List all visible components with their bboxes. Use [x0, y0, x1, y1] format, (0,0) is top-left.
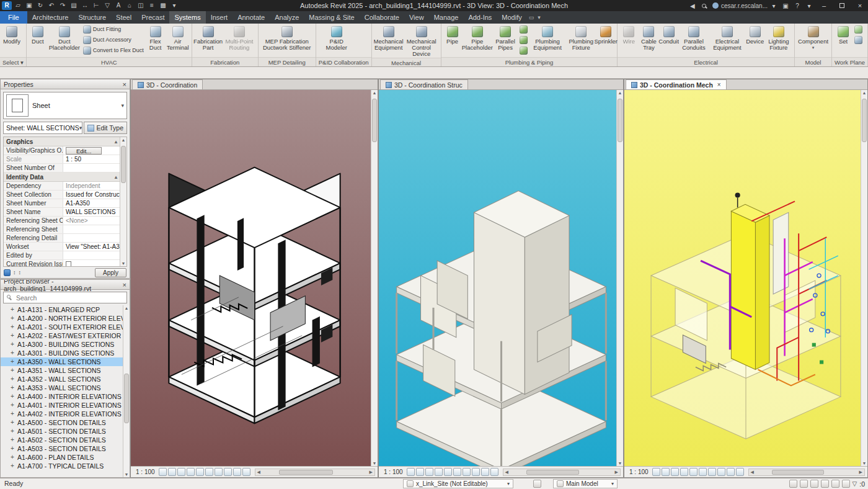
- scroll-up-icon[interactable]: ▲: [618, 91, 622, 95]
- crop-view-icon[interactable]: [205, 468, 213, 476]
- ribbon-tab-massing-site[interactable]: Massing & Site: [304, 11, 359, 24]
- properties-filter-icon[interactable]: [4, 269, 11, 276]
- help-menu-chevron-icon[interactable]: ▾: [805, 2, 813, 9]
- scroll-left-icon[interactable]: ◀: [505, 470, 508, 475]
- view-canvas-coordination[interactable]: ▲ ▼: [131, 90, 378, 466]
- expand-icon[interactable]: +: [11, 349, 17, 357]
- ribbon-button-duct-accessory[interactable]: Duct Accessory: [82, 35, 145, 45]
- scroll-up-icon[interactable]: ▲: [373, 91, 377, 95]
- scroll-left-icon[interactable]: ◀: [751, 470, 754, 475]
- ribbon-tab-modify[interactable]: Modify: [497, 11, 526, 24]
- ribbon-button-plumbing-equipment[interactable]: Plumbing Equipment: [529, 24, 565, 51]
- browser-item[interactable]: +A1-A202 - EAST/WEST EXTERIOR ELEVAT...: [1, 331, 123, 340]
- property-value[interactable]: A1-A350: [63, 199, 120, 207]
- tag-by-category-icon[interactable]: ▽: [102, 1, 112, 10]
- expand-icon[interactable]: +: [11, 453, 17, 462]
- expand-icon[interactable]: +: [11, 305, 17, 314]
- browser-item[interactable]: +A1-A300 - BUILDING SECTIONS: [1, 340, 123, 349]
- view-scale-button[interactable]: 1 : 100: [133, 469, 157, 475]
- property-value[interactable]: [63, 225, 120, 233]
- ribbon-tab-manage[interactable]: Manage: [429, 11, 464, 24]
- detail-level-icon[interactable]: [159, 468, 167, 476]
- browser-item[interactable]: +A1-A301 - BUILDING SECTIONS: [1, 349, 123, 357]
- select-underlay-icon[interactable]: [810, 480, 818, 488]
- browser-item[interactable]: +A1-A401 - INTERIOR ELEVATIONS: [1, 401, 123, 410]
- scroll-right-icon[interactable]: ▶: [615, 470, 618, 475]
- browser-search-input[interactable]: [3, 292, 127, 303]
- properties-close-icon[interactable]: ×: [123, 81, 126, 88]
- visual-style-icon[interactable]: [168, 468, 176, 476]
- ribbon-button-cable-tray[interactable]: Cable Tray: [639, 24, 658, 51]
- section-icon[interactable]: ◫: [136, 1, 146, 10]
- scrollbar-thumb[interactable]: [618, 99, 622, 142]
- ribbon-tab-add-ins[interactable]: Add-Ins: [463, 11, 497, 24]
- properties-title-bar[interactable]: Properties ×: [1, 79, 130, 89]
- browser-item[interactable]: +A1-A400 - INTERIOR ELEVATIONS: [1, 392, 123, 401]
- expand-icon[interactable]: +: [11, 323, 17, 331]
- ribbon-button-mechanical-equipment[interactable]: Mechanical Equipment: [374, 24, 404, 51]
- browser-item[interactable]: +A1-A503 - SECTION DETAILS: [1, 444, 123, 453]
- ribbon-tab-file[interactable]: File: [0, 11, 27, 24]
- ribbon-panel-label-plumbing-piping[interactable]: Plumbing & Piping: [441, 57, 618, 66]
- ribbon-panel-label-p-id-collaboration[interactable]: P&ID Collaboration: [316, 57, 371, 66]
- expand-icon[interactable]: +: [11, 462, 17, 470]
- expand-icon[interactable]: +: [11, 331, 17, 340]
- browser-item[interactable]: +A1-A502 - SECTION DETAILS: [1, 436, 123, 444]
- locked-3d-view-icon[interactable]: [472, 468, 480, 476]
- ribbon-panel-label-fabrication[interactable]: Fabrication: [192, 57, 258, 66]
- browser-item[interactable]: +A1-A501 - SECTION DETAILS: [1, 427, 123, 436]
- browser-item[interactable]: +A1-A500 - SECTION DETAILS: [1, 418, 123, 427]
- worksharing-display-icon[interactable]: [789, 480, 797, 488]
- browser-item[interactable]: +A1-A600 - PLAN DETAILS: [1, 453, 123, 462]
- reveal-hidden-elements-icon[interactable]: [736, 468, 744, 476]
- ribbon-button-electrical-equipment[interactable]: Electrical Equipment: [709, 24, 745, 51]
- property-value[interactable]: Edit...: [63, 146, 120, 155]
- browser-item[interactable]: +A1-A350 - WALL SECTIONS: [1, 357, 123, 366]
- ribbon-button-parallel-pipes[interactable]: Parallel Pipes: [493, 24, 518, 51]
- expand-icon[interactable]: +: [11, 401, 17, 410]
- reveal-hidden-elements-icon[interactable]: [490, 468, 498, 476]
- thin-lines-icon[interactable]: ≡: [147, 1, 157, 10]
- text-icon[interactable]: A: [113, 1, 123, 10]
- temporary-hide-isolate-icon[interactable]: [233, 468, 241, 476]
- browser-item[interactable]: +A1-A700 - TYPICAL DETAILS: [1, 462, 123, 470]
- crop-region-visibility-icon[interactable]: [463, 468, 471, 476]
- ribbon-button-pipe-placeholder[interactable]: Pipe Placeholder: [463, 24, 492, 51]
- ribbon-panel-label-work-plane[interactable]: Work Plane: [832, 57, 867, 66]
- ribbon-button-duct-placeholder[interactable]: Duct Placeholder: [48, 24, 81, 51]
- scroll-down-icon[interactable]: ▼: [122, 261, 126, 266]
- revit-logo-icon[interactable]: R: [2, 1, 12, 10]
- edit-button[interactable]: Edit...: [66, 147, 102, 155]
- expand-icon[interactable]: +: [11, 436, 17, 444]
- ribbon-tab-insert[interactable]: Insert: [206, 11, 233, 24]
- ribbon-tab-steel[interactable]: Steel: [111, 11, 136, 24]
- filter-icon[interactable]: ▽: [852, 480, 857, 487]
- ribbon-button-sprinkler[interactable]: Sprinkler: [596, 24, 615, 45]
- ribbon-button-p-id-modeler[interactable]: P&ID Modeler: [318, 24, 355, 51]
- shadows-icon[interactable]: [435, 468, 443, 476]
- ribbon-tab-precast[interactable]: Precast: [136, 11, 169, 24]
- locked-3d-view-icon[interactable]: [224, 468, 232, 476]
- ribbon-tab-collaborate[interactable]: Collaborate: [360, 11, 404, 24]
- reveal-hidden-elements-icon[interactable]: [242, 468, 250, 476]
- ribbon-button-set[interactable]: Set: [834, 24, 852, 45]
- ribbon-button-modify[interactable]: Modify: [2, 24, 22, 45]
- view-close-icon[interactable]: ×: [717, 81, 721, 88]
- sun-path-icon[interactable]: [177, 468, 185, 476]
- apply-button[interactable]: Apply: [95, 268, 126, 277]
- ribbon-button-air-terminal[interactable]: Air Terminal: [166, 24, 189, 51]
- sync-with-central-icon[interactable]: ↻: [35, 1, 45, 10]
- ribbon-button-conduit[interactable]: Conduit: [660, 24, 678, 45]
- project-browser-close-icon[interactable]: ×: [123, 281, 126, 289]
- maximize-button[interactable]: [835, 0, 849, 11]
- save-icon[interactable]: ▣: [24, 1, 34, 10]
- ribbon-panel-label-hvac[interactable]: HVAC: [27, 57, 192, 66]
- horizontal-scrollbar[interactable]: ◀ ▶: [748, 469, 865, 476]
- view-tab-coordination-mech[interactable]: 3D - Coordination Mech ×: [626, 79, 727, 89]
- scroll-down-icon[interactable]: ▼: [862, 461, 867, 465]
- property-value[interactable]: 1 : 50: [63, 155, 120, 163]
- ribbon-button-component[interactable]: Component▾: [797, 24, 830, 50]
- expand-icon[interactable]: +: [11, 392, 17, 401]
- type-selector[interactable]: Sheet ▾: [3, 92, 127, 119]
- redo-icon[interactable]: ↷: [58, 1, 68, 10]
